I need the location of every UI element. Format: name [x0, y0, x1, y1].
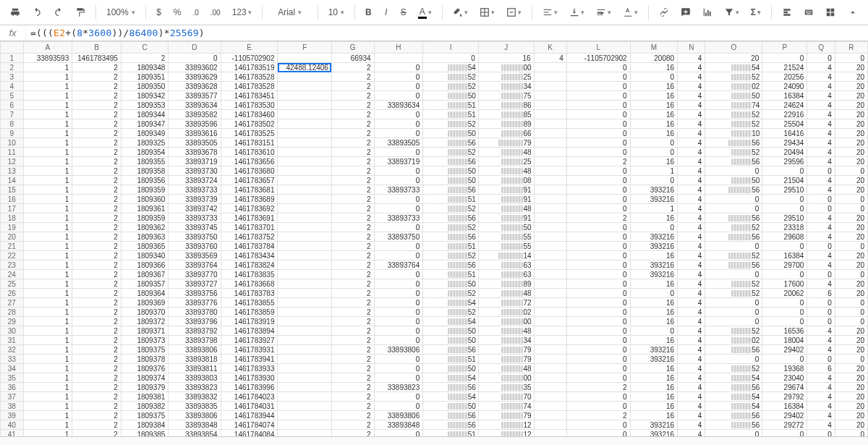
cell-O6[interactable]: 74: [705, 101, 762, 110]
cell-C19[interactable]: 1809362: [121, 223, 168, 232]
cell-L9[interactable]: 0: [566, 129, 630, 138]
cell-G20[interactable]: 2: [331, 232, 374, 242]
cell-H38[interactable]: 0: [374, 402, 423, 411]
cell-H25[interactable]: 0: [374, 279, 423, 289]
cell-F33[interactable]: [278, 355, 331, 364]
cell-C23[interactable]: 1809366: [121, 260, 168, 270]
cell-D31[interactable]: 33893798: [169, 336, 221, 345]
cell-Q31[interactable]: 4: [807, 336, 835, 345]
cell-O34[interactable]: 52: [705, 364, 762, 373]
cell-E22[interactable]: 1461783434: [221, 251, 278, 260]
cell-K2[interactable]: [534, 63, 566, 72]
filter-button[interactable]: ▾: [720, 4, 744, 21]
insert-link-button[interactable]: [655, 4, 673, 21]
cell-E32[interactable]: 1461783931: [221, 345, 278, 355]
cell-Q13[interactable]: 0: [807, 166, 835, 176]
cell-C24[interactable]: 1809367: [121, 270, 168, 279]
cell-H36[interactable]: 33893823: [374, 383, 423, 392]
cell-K10[interactable]: [534, 138, 566, 148]
cell-Q29[interactable]: 0: [807, 317, 835, 326]
cell-K14[interactable]: [534, 176, 566, 185]
cell-K23[interactable]: [534, 260, 566, 270]
cell-I41[interactable]: 51: [423, 430, 479, 437]
cell-B12[interactable]: 2: [72, 157, 122, 166]
cell-K25[interactable]: [534, 279, 566, 289]
cell-D37[interactable]: 33893832: [169, 392, 221, 402]
col-header-Q[interactable]: Q: [807, 42, 835, 54]
cell-Q7[interactable]: 4: [807, 110, 835, 119]
cell-L2[interactable]: 0: [566, 63, 630, 72]
cell-F31[interactable]: [278, 336, 331, 345]
cell-Q35[interactable]: 4: [807, 373, 835, 383]
cell-F4[interactable]: [278, 82, 331, 91]
cell-D22[interactable]: 33893569: [169, 251, 221, 260]
cell-F8[interactable]: [278, 119, 331, 129]
row-header[interactable]: 12: [1, 157, 24, 166]
cell-G26[interactable]: 2: [331, 289, 374, 298]
cell-M31[interactable]: 16: [630, 336, 677, 345]
cell-R13[interactable]: 0: [835, 166, 867, 176]
cell-C4[interactable]: 1809350: [121, 82, 168, 91]
cell-O8[interactable]: 52: [705, 119, 762, 129]
cell-R30[interactable]: 20: [835, 326, 867, 336]
cell-G11[interactable]: 2: [331, 148, 374, 157]
cell-E7[interactable]: 1461783460: [221, 110, 278, 119]
cell-E15[interactable]: 1461783681: [221, 185, 278, 195]
cell-K15[interactable]: [534, 185, 566, 195]
cell-L30[interactable]: 0: [566, 326, 630, 336]
cell-H31[interactable]: 0: [374, 336, 423, 345]
cell-H41[interactable]: 0: [374, 430, 423, 437]
cell-J12[interactable]: 25: [478, 157, 534, 166]
cell-P27[interactable]: 0: [762, 298, 807, 308]
cell-P22[interactable]: 16384: [762, 251, 807, 260]
cell-J17[interactable]: 48: [478, 204, 534, 213]
cell-H3[interactable]: 0: [374, 72, 423, 82]
cell-J26[interactable]: 48: [478, 289, 534, 298]
cell-J33[interactable]: 79: [478, 355, 534, 364]
cell-F18[interactable]: [278, 213, 331, 223]
cell-D20[interactable]: 33893750: [169, 232, 221, 242]
cell-J14[interactable]: 08: [478, 176, 534, 185]
cell-P39[interactable]: 29402: [762, 411, 807, 420]
cell-C7[interactable]: 1809344: [121, 110, 168, 119]
cell-O41[interactable]: 0: [705, 430, 762, 437]
cell-F1[interactable]: [278, 54, 331, 63]
cell-I16[interactable]: 51: [423, 195, 479, 204]
cell-A20[interactable]: 1: [23, 232, 72, 242]
cell-O29[interactable]: 0: [705, 317, 762, 326]
cell-J20[interactable]: 55: [478, 232, 534, 242]
row-header[interactable]: 22: [1, 251, 24, 260]
functions-button[interactable]: Σ▾: [746, 4, 765, 21]
cell-O1[interactable]: 20: [705, 54, 762, 63]
cell-D23[interactable]: 33893764: [169, 260, 221, 270]
cell-F13[interactable]: [278, 166, 331, 176]
cell-M28[interactable]: 16: [630, 308, 677, 317]
row-header[interactable]: 36: [1, 383, 24, 392]
cell-M19[interactable]: 0: [630, 223, 677, 232]
cell-A19[interactable]: 1: [23, 223, 72, 232]
cell-B18[interactable]: 2: [72, 213, 122, 223]
cell-Q17[interactable]: 0: [807, 204, 835, 213]
cell-C37[interactable]: 1809381: [121, 392, 168, 402]
cell-P13[interactable]: 0: [762, 166, 807, 176]
cell-A18[interactable]: 1: [23, 213, 72, 223]
cell-O3[interactable]: 52: [705, 72, 762, 82]
cell-J1[interactable]: 16: [478, 54, 534, 63]
cell-H17[interactable]: 0: [374, 204, 423, 213]
cell-B15[interactable]: 2: [72, 185, 122, 195]
cell-K22[interactable]: [534, 251, 566, 260]
cell-B3[interactable]: 2: [72, 72, 122, 82]
cell-J16[interactable]: 91: [478, 195, 534, 204]
cell-F40[interactable]: [278, 420, 331, 430]
undo-icon[interactable]: [27, 4, 46, 21]
cell-O38[interactable]: 54: [705, 402, 762, 411]
cell-H35[interactable]: 0: [374, 373, 423, 383]
cell-K7[interactable]: [534, 110, 566, 119]
cell-M24[interactable]: 393216: [630, 270, 677, 279]
cell-D19[interactable]: 33893745: [169, 223, 221, 232]
cell-I8[interactable]: 52: [423, 119, 479, 129]
cell-N37[interactable]: 4: [678, 392, 705, 402]
cell-M8[interactable]: 16: [630, 119, 677, 129]
cell-B8[interactable]: 2: [72, 119, 122, 129]
cell-E33[interactable]: 1461783941: [221, 355, 278, 364]
